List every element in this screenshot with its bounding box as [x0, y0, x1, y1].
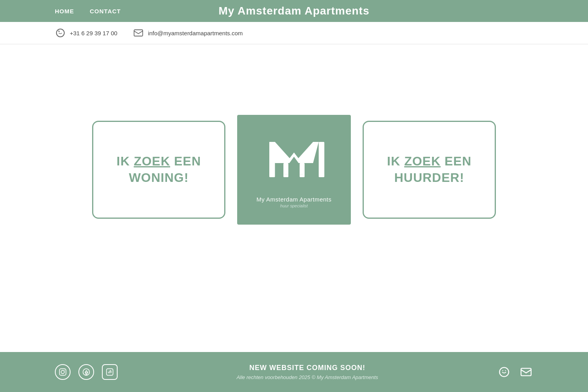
- nav-home[interactable]: HOME: [55, 8, 74, 15]
- facebook-icon[interactable]: [78, 364, 94, 380]
- logo-sub: huur specialist: [280, 203, 308, 208]
- footer-social-links: [55, 364, 118, 380]
- footer-right-icons: [497, 365, 533, 379]
- whatsapp-icon: [55, 27, 66, 38]
- nav-contact[interactable]: CONTACT: [90, 8, 121, 15]
- instagram-icon[interactable]: [55, 364, 71, 380]
- svg-rect-11: [299, 170, 305, 174]
- footer-email-icon[interactable]: [519, 365, 533, 379]
- svg-rect-14: [60, 369, 66, 376]
- svg-point-20: [502, 370, 503, 371]
- svg-rect-10: [283, 170, 289, 174]
- linkedin-icon[interactable]: [102, 364, 118, 380]
- logo-name: My Amsterdam Apartments: [256, 196, 332, 203]
- navigation: HOME CONTACT My Amsterdam Apartments: [0, 0, 588, 22]
- footer-whatsapp-icon[interactable]: [497, 365, 511, 379]
- copyright-text: Alle rechten voorbehouden 2025 © My Amst…: [236, 374, 378, 380]
- logo-center: My Amsterdam Apartments huur specialist: [237, 115, 351, 225]
- svg-rect-1: [134, 30, 143, 36]
- search-tenant-text: IK ZOEK EENHUURDER!: [379, 145, 479, 194]
- email-icon: [133, 27, 144, 38]
- main-content: IK ZOEK EENWONING! My Amsterdam Apartm: [0, 44, 588, 295]
- svg-rect-22: [521, 368, 531, 376]
- svg-point-19: [499, 367, 508, 376]
- phone-contact: +31 6 29 39 17 00: [55, 27, 117, 38]
- logo-svg: [259, 132, 329, 194]
- svg-point-21: [505, 370, 506, 371]
- search-housing-text: IK ZOEK EENWONING!: [109, 145, 209, 194]
- site-title: My Amsterdam Apartments: [218, 5, 369, 17]
- search-tenant-card[interactable]: IK ZOEK EENHUURDER!: [363, 121, 496, 219]
- footer: NEW WEBSITE COMING SOON! Alle rechten vo…: [0, 352, 588, 392]
- svg-point-0: [56, 29, 64, 37]
- coming-soon-text: NEW WEBSITE COMING SOON!: [236, 364, 378, 372]
- contact-bar: +31 6 29 39 17 00 info@myamsterdamapartm…: [0, 22, 588, 44]
- search-housing-card[interactable]: IK ZOEK EENWONING!: [92, 121, 225, 219]
- svg-rect-3: [319, 142, 324, 177]
- svg-point-16: [64, 370, 65, 371]
- phone-number: +31 6 29 39 17 00: [70, 30, 117, 36]
- email-contact: info@myamsterdamapartments.com: [133, 27, 243, 38]
- svg-point-15: [61, 370, 64, 374]
- email-address: info@myamsterdamapartments.com: [148, 30, 243, 36]
- footer-center: NEW WEBSITE COMING SOON! Alle rechten vo…: [236, 364, 378, 380]
